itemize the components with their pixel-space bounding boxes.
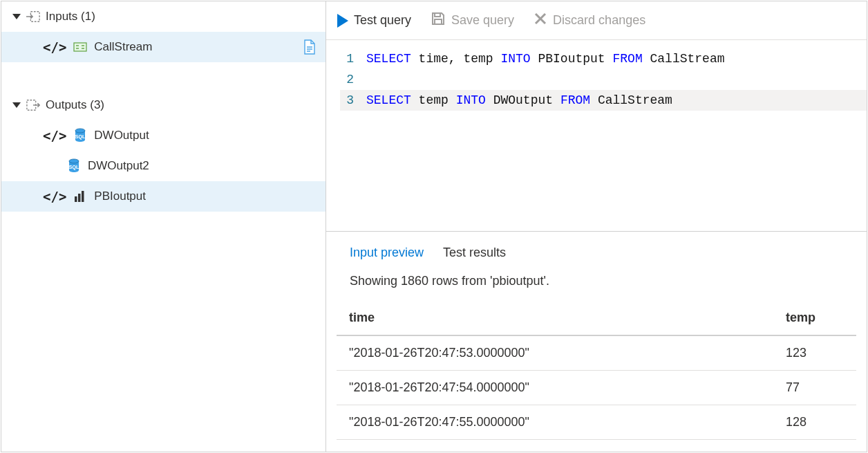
sql-icon: SQL — [73, 129, 87, 142]
svg-rect-9 — [75, 196, 77, 202]
code-icon: </> — [43, 128, 66, 143]
inputs-label: Inputs (1) — [46, 10, 95, 24]
output-item-label: DWOutput2 — [88, 159, 149, 173]
query-editor[interactable]: 1SELECT time, temp INTO PBIoutput FROM C… — [326, 40, 867, 231]
document-icon[interactable] — [303, 39, 316, 55]
sidebar: Inputs (1) </> CallStream Outputs (3) </… — [1, 1, 326, 452]
output-item-label: DWOutput — [94, 129, 149, 142]
svg-rect-10 — [78, 194, 81, 202]
cell-time: "2018-01-26T20:47:55.0000000" — [337, 405, 773, 440]
test-query-label: Test query — [354, 13, 411, 28]
output-icon — [26, 100, 40, 111]
code-icon: </> — [43, 39, 66, 55]
results-tabs: Input preview Test results — [326, 232, 867, 270]
main-pane: Test query Save query Discard changes 1S… — [326, 1, 867, 452]
toolbar: Test query Save query Discard changes — [326, 1, 867, 40]
cell-time: "2018-01-26T20:47:54.0000000" — [337, 371, 773, 405]
outputs-label: Outputs (3) — [46, 98, 104, 112]
discard-changes-button[interactable]: Discard changes — [534, 12, 645, 29]
cell-temp: 128 — [773, 405, 856, 440]
sql-icon: SQL — [67, 159, 81, 173]
results-panel: Input preview Test results Showing 1860 … — [326, 231, 867, 452]
tab-test-results[interactable]: Test results — [443, 246, 506, 260]
save-query-button[interactable]: Save query — [431, 11, 514, 30]
results-table: time temp "2018-01-26T20:47:53.0000000"1… — [337, 301, 856, 440]
collapse-icon — [12, 102, 21, 108]
output-item-pbioutput[interactable]: </> PBIoutput — [1, 181, 326, 212]
output-item-dwoutput[interactable]: </> SQL DWOutput — [1, 120, 326, 151]
input-item-callstream[interactable]: </> CallStream — [1, 32, 326, 62]
table-row[interactable]: "2018-01-26T20:47:54.0000000"77 — [337, 371, 856, 405]
outputs-header[interactable]: Outputs (3) — [1, 90, 326, 120]
input-item-label: CallStream — [94, 40, 152, 54]
discard-changes-label: Discard changes — [553, 13, 645, 28]
powerbi-icon — [73, 189, 87, 203]
svg-text:SQL: SQL — [75, 134, 86, 140]
results-status: Showing 1860 rows from 'pbioutput'. — [326, 270, 867, 301]
cell-temp: 123 — [773, 335, 856, 371]
col-temp[interactable]: temp — [773, 301, 856, 335]
play-icon — [337, 14, 348, 28]
save-icon — [431, 11, 446, 30]
save-query-label: Save query — [451, 13, 514, 28]
svg-rect-12 — [435, 13, 440, 17]
test-query-button[interactable]: Test query — [337, 13, 411, 28]
table-row[interactable]: "2018-01-26T20:47:53.0000000"123 — [337, 335, 856, 371]
output-item-label: PBIoutput — [94, 189, 146, 203]
inputs-header[interactable]: Inputs (1) — [1, 1, 326, 32]
collapse-icon — [12, 14, 21, 19]
code-icon: </> — [43, 189, 66, 204]
col-time[interactable]: time — [337, 301, 773, 335]
cell-time: "2018-01-26T20:47:53.0000000" — [337, 335, 773, 371]
svg-rect-11 — [82, 191, 84, 202]
output-item-dwoutput2[interactable]: SQL DWOutput2 — [1, 151, 326, 181]
svg-rect-1 — [74, 43, 86, 51]
tab-input-preview[interactable]: Input preview — [350, 246, 424, 260]
stream-icon — [73, 40, 87, 54]
close-icon — [534, 12, 547, 29]
cell-temp: 77 — [773, 371, 856, 405]
table-row[interactable]: "2018-01-26T20:47:55.0000000"128 — [337, 405, 856, 440]
svg-rect-13 — [435, 19, 442, 24]
input-icon — [26, 11, 40, 22]
svg-text:SQL: SQL — [69, 165, 79, 170]
